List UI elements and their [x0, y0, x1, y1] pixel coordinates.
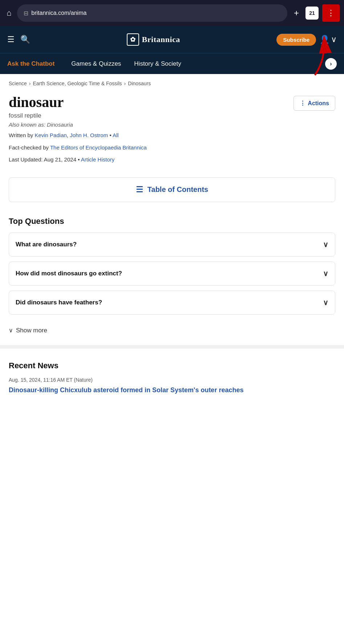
article-title-block: dinosaur fossil reptile: [9, 94, 64, 119]
toc-icon: ☰: [136, 185, 143, 194]
article-last-updated: Last Updated: Aug 21, 2024 • Article His…: [9, 155, 335, 164]
toc-container: ☰ Table of Contents: [9, 177, 335, 202]
subnav-arrow-button[interactable]: ›: [325, 58, 337, 70]
faq-question-2[interactable]: How did most dinosaurs go extinct? ∨: [9, 262, 335, 285]
chatbot-link[interactable]: Ask the Chatbot: [7, 53, 61, 74]
show-more-button[interactable]: ∨ Show more: [0, 320, 344, 341]
search-icon[interactable]: 🔍: [20, 35, 30, 44]
faq-question-3[interactable]: Did dinosaurs have feathers? ∨: [9, 291, 335, 314]
author-john-ostrom[interactable]: John H. Ostrom: [70, 132, 108, 138]
author-kevin-padian[interactable]: Kevin Padian: [35, 132, 66, 138]
top-questions-section: Top Questions What are dinosaurs? ∨ How …: [0, 208, 344, 315]
all-authors-link[interactable]: All: [113, 132, 119, 138]
faq-chevron-2: ∨: [323, 269, 328, 278]
section-divider: [0, 345, 344, 349]
nav-right: Subscribe 👤 ∨: [276, 34, 337, 46]
address-bar[interactable]: ⊟ britannica.com/anima: [17, 4, 287, 22]
bullet-2: •: [78, 156, 81, 163]
breadcrumb-earth-science[interactable]: Earth Science, Geologic Time & Fossils: [33, 81, 122, 86]
faq-question-2-text: How did most dinosaurs go extinct?: [16, 270, 122, 277]
tabs-count[interactable]: 21: [305, 7, 319, 20]
account-icon: 👤: [320, 35, 329, 44]
browser-menu-button[interactable]: ⋮: [322, 4, 340, 22]
breadcrumb-science[interactable]: Science: [9, 81, 27, 86]
faq-chevron-1: ∨: [323, 240, 328, 249]
article-title-row: dinosaur fossil reptile ⋮ Actions: [9, 94, 335, 119]
hamburger-icon[interactable]: ☰: [7, 35, 15, 44]
faq-item-3: Did dinosaurs have feathers? ∨: [9, 291, 335, 315]
logo-icon: ✿: [127, 33, 139, 46]
breadcrumb-sep-2: ›: [124, 81, 126, 86]
faq-question-1-text: What are dinosaurs?: [16, 241, 77, 248]
faq-question-3-text: Did dinosaurs have feathers?: [16, 299, 102, 306]
top-questions-title: Top Questions: [9, 217, 335, 226]
toc-button[interactable]: ☰ Table of Contents: [9, 178, 335, 202]
recent-news-title: Recent News: [9, 361, 335, 370]
actions-label: Actions: [308, 100, 329, 107]
breadcrumb-sep-1: ›: [29, 81, 31, 86]
browser-chrome: ⌂ ⊟ britannica.com/anima + 21 ⋮: [0, 0, 344, 26]
logo-text: Britannica: [142, 35, 180, 44]
breadcrumb-dinosaurs[interactable]: Dinosaurs: [128, 81, 151, 86]
fact-checked-label: Fact-checked by: [9, 144, 49, 151]
article-aka: Also known as: Dinosauria: [9, 122, 335, 128]
sub-navbar: Ask the Chatbot Games & Quizzes History …: [0, 53, 344, 74]
news-article-link[interactable]: Dinosaur-killing Chicxulub asteroid form…: [9, 386, 243, 394]
show-more-label: Show more: [16, 327, 47, 334]
written-by-label: Written by: [9, 132, 33, 138]
article-header: dinosaur fossil reptile ⋮ Actions Also k…: [0, 90, 344, 172]
article-history-link[interactable]: Article History: [81, 156, 115, 163]
toc-label: Table of Contents: [147, 185, 208, 194]
faq-question-1[interactable]: What are dinosaurs? ∨: [9, 233, 335, 256]
navbar: ☰ 🔍 ✿ Britannica Subscribe 👤 ∨: [0, 26, 344, 53]
article-subtitle: fossil reptile: [9, 112, 64, 119]
new-tab-button[interactable]: +: [291, 6, 302, 20]
history-society-link[interactable]: History & Society: [128, 53, 187, 74]
actions-button[interactable]: ⋮ Actions: [294, 96, 335, 111]
subscribe-button[interactable]: Subscribe: [276, 34, 316, 46]
address-bar-icon: ⊟: [24, 10, 28, 17]
account-menu[interactable]: 👤 ∨: [320, 35, 337, 44]
britannica-logo[interactable]: ✿ Britannica: [127, 33, 180, 46]
nav-left: ☰ 🔍: [7, 35, 30, 44]
show-more-icon: ∨: [9, 327, 13, 334]
browser-home-button[interactable]: ⌂: [4, 6, 13, 20]
article-fact-check: Fact-checked by The Editors of Encyclopa…: [9, 143, 335, 152]
article-title: dinosaur: [9, 94, 64, 111]
faq-item-1: What are dinosaurs? ∨: [9, 233, 335, 257]
news-date: Aug. 15, 2024, 11:16 AM ET (Nature): [9, 377, 335, 383]
faq-item-2: How did most dinosaurs go extinct? ∨: [9, 262, 335, 286]
recent-news-section: Recent News Aug. 15, 2024, 11:16 AM ET (…: [0, 352, 344, 402]
article-meta: Written by Kevin Padian, John H. Ostrom …: [9, 131, 335, 140]
fact-checker-link[interactable]: The Editors of Encyclopaedia Britannica: [50, 144, 147, 151]
bullet-1: •: [109, 132, 113, 138]
actions-icon: ⋮: [300, 100, 305, 107]
breadcrumb: Science › Earth Science, Geologic Time &…: [0, 74, 344, 90]
address-text: britannica.com/anima: [31, 10, 281, 16]
last-updated-text: Last Updated: Aug 21, 2024: [9, 156, 76, 163]
faq-chevron-3: ∨: [323, 298, 328, 307]
games-quizzes-link[interactable]: Games & Quizzes: [65, 53, 128, 74]
account-chevron: ∨: [331, 35, 337, 44]
